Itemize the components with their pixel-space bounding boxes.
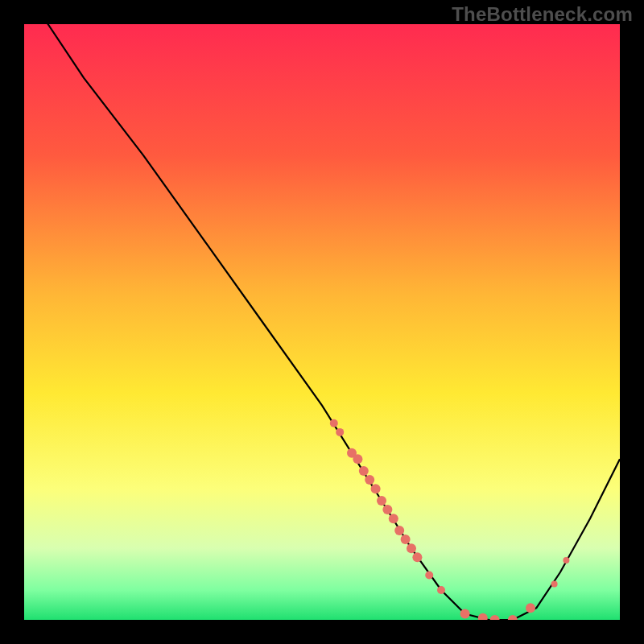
gpu-marker: [412, 552, 422, 562]
gpu-marker: [437, 586, 445, 594]
gpu-marker: [407, 543, 416, 553]
gpu-marker: [353, 454, 362, 464]
gradient-background: [24, 24, 620, 620]
gpu-marker: [371, 484, 381, 493]
watermark-text: TheBottleneck.com: [452, 3, 633, 26]
gpu-marker: [336, 428, 344, 436]
gpu-marker: [563, 557, 569, 564]
gpu-marker: [365, 475, 374, 485]
gpu-marker: [460, 609, 470, 619]
gpu-marker: [401, 535, 411, 544]
gpu-marker: [382, 505, 392, 514]
gpu-marker: [425, 572, 433, 580]
chart-frame: TheBottleneck.com: [0, 0, 644, 644]
gpu-marker: [377, 496, 386, 506]
gpu-marker: [526, 603, 535, 613]
bottleneck-chart: [24, 24, 620, 620]
gpu-marker: [359, 466, 369, 476]
gpu-marker: [551, 581, 558, 588]
gpu-marker: [389, 514, 398, 523]
gpu-marker: [394, 526, 404, 535]
gpu-marker: [330, 419, 338, 427]
